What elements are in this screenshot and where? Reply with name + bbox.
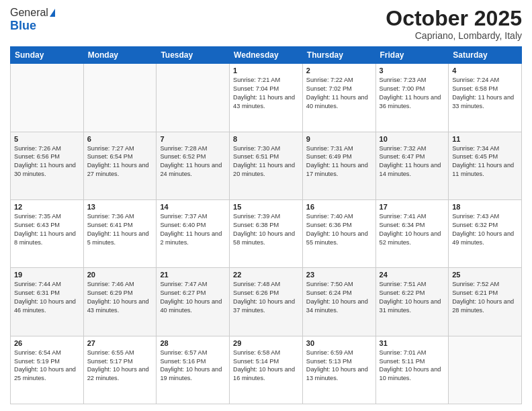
day-info: Sunrise: 7:35 AM Sunset: 6:43 PM Dayligh… bbox=[14, 212, 80, 247]
day-cell-2-2: 14Sunrise: 7:37 AM Sunset: 6:40 PM Dayli… bbox=[157, 199, 230, 267]
day-info: Sunrise: 7:52 AM Sunset: 6:21 PM Dayligh… bbox=[452, 280, 518, 315]
day-cell-0-5: 3Sunrise: 7:23 AM Sunset: 7:00 PM Daylig… bbox=[375, 64, 449, 132]
day-number: 21 bbox=[160, 271, 226, 279]
day-cell-0-6: 4Sunrise: 7:24 AM Sunset: 6:58 PM Daylig… bbox=[449, 64, 522, 132]
day-number: 18 bbox=[452, 203, 518, 211]
logo-general-text: General bbox=[10, 7, 48, 19]
day-info: Sunrise: 7:41 AM Sunset: 6:34 PM Dayligh… bbox=[380, 212, 445, 247]
day-info: Sunrise: 7:43 AM Sunset: 6:32 PM Dayligh… bbox=[452, 212, 518, 247]
day-cell-1-5: 10Sunrise: 7:32 AM Sunset: 6:47 PM Dayli… bbox=[375, 132, 449, 199]
day-number: 8 bbox=[233, 135, 299, 143]
day-cell-0-1 bbox=[83, 64, 157, 132]
week-row-4: 19Sunrise: 7:44 AM Sunset: 6:31 PM Dayli… bbox=[11, 268, 522, 336]
week-row-1: 1Sunrise: 7:21 AM Sunset: 7:04 PM Daylig… bbox=[11, 64, 522, 132]
day-info: Sunrise: 7:21 AM Sunset: 7:04 PM Dayligh… bbox=[233, 76, 299, 111]
day-info: Sunrise: 6:59 AM Sunset: 5:13 PM Dayligh… bbox=[306, 349, 372, 383]
day-cell-1-1: 6Sunrise: 7:27 AM Sunset: 6:54 PM Daylig… bbox=[83, 132, 157, 199]
header-sunday: Sunday bbox=[11, 47, 84, 64]
day-cell-4-1: 27Sunrise: 6:55 AM Sunset: 5:17 PM Dayli… bbox=[83, 336, 157, 404]
day-number: 22 bbox=[233, 271, 299, 279]
location-title: Capriano, Lombardy, Italy bbox=[386, 30, 522, 41]
header-saturday: Saturday bbox=[449, 47, 522, 64]
day-cell-1-0: 5Sunrise: 7:26 AM Sunset: 6:56 PM Daylig… bbox=[11, 132, 84, 199]
header-friday: Friday bbox=[375, 47, 449, 64]
day-number: 27 bbox=[87, 339, 153, 347]
day-info: Sunrise: 6:54 AM Sunset: 5:19 PM Dayligh… bbox=[14, 349, 80, 383]
day-number: 31 bbox=[380, 339, 445, 347]
logo: General Blue bbox=[10, 7, 55, 33]
day-info: Sunrise: 7:26 AM Sunset: 6:56 PM Dayligh… bbox=[14, 144, 80, 179]
day-cell-2-5: 17Sunrise: 7:41 AM Sunset: 6:34 PM Dayli… bbox=[375, 199, 449, 267]
day-cell-3-2: 21Sunrise: 7:47 AM Sunset: 6:27 PM Dayli… bbox=[157, 268, 230, 336]
day-number: 25 bbox=[452, 271, 518, 279]
day-info: Sunrise: 7:40 AM Sunset: 6:36 PM Dayligh… bbox=[306, 212, 372, 247]
day-cell-2-6: 18Sunrise: 7:43 AM Sunset: 6:32 PM Dayli… bbox=[449, 199, 522, 267]
day-info: Sunrise: 6:55 AM Sunset: 5:17 PM Dayligh… bbox=[87, 349, 153, 383]
day-number: 4 bbox=[452, 66, 518, 75]
month-title: October 2025 bbox=[386, 7, 522, 30]
day-cell-2-4: 16Sunrise: 7:40 AM Sunset: 6:36 PM Dayli… bbox=[302, 199, 375, 267]
header-tuesday: Tuesday bbox=[157, 47, 230, 64]
header-monday: Monday bbox=[83, 47, 157, 64]
day-info: Sunrise: 7:47 AM Sunset: 6:27 PM Dayligh… bbox=[160, 280, 226, 315]
logo-triangle-icon bbox=[50, 9, 55, 17]
day-info: Sunrise: 7:30 AM Sunset: 6:51 PM Dayligh… bbox=[233, 144, 299, 179]
header: General Blue October 2025 Capriano, Lomb… bbox=[10, 7, 522, 41]
weekday-header-row: Sunday Monday Tuesday Wednesday Thursday… bbox=[11, 47, 522, 64]
day-cell-1-6: 11Sunrise: 7:34 AM Sunset: 6:45 PM Dayli… bbox=[449, 132, 522, 199]
day-info: Sunrise: 7:32 AM Sunset: 6:47 PM Dayligh… bbox=[380, 144, 445, 179]
day-info: Sunrise: 7:27 AM Sunset: 6:54 PM Dayligh… bbox=[87, 144, 153, 179]
day-number: 9 bbox=[306, 135, 372, 143]
day-number: 29 bbox=[233, 339, 299, 347]
day-info: Sunrise: 7:51 AM Sunset: 6:22 PM Dayligh… bbox=[380, 280, 445, 315]
day-cell-3-1: 20Sunrise: 7:46 AM Sunset: 6:29 PM Dayli… bbox=[83, 268, 157, 336]
day-cell-3-4: 23Sunrise: 7:50 AM Sunset: 6:24 PM Dayli… bbox=[302, 268, 375, 336]
day-cell-2-3: 15Sunrise: 7:39 AM Sunset: 6:38 PM Dayli… bbox=[230, 199, 303, 267]
day-cell-4-5: 31Sunrise: 7:01 AM Sunset: 5:11 PM Dayli… bbox=[375, 336, 449, 404]
day-info: Sunrise: 7:48 AM Sunset: 6:26 PM Dayligh… bbox=[233, 280, 299, 315]
day-info: Sunrise: 7:01 AM Sunset: 5:11 PM Dayligh… bbox=[380, 349, 445, 383]
day-number: 26 bbox=[14, 339, 80, 347]
day-number: 20 bbox=[87, 271, 153, 279]
day-number: 6 bbox=[87, 135, 153, 143]
day-info: Sunrise: 7:50 AM Sunset: 6:24 PM Dayligh… bbox=[306, 280, 372, 315]
day-number: 5 bbox=[14, 135, 80, 143]
day-number: 1 bbox=[233, 66, 299, 75]
day-cell-4-6 bbox=[449, 336, 522, 404]
day-number: 3 bbox=[380, 66, 445, 75]
calendar: Sunday Monday Tuesday Wednesday Thursday… bbox=[10, 46, 522, 404]
day-number: 23 bbox=[306, 271, 372, 279]
day-info: Sunrise: 7:28 AM Sunset: 6:52 PM Dayligh… bbox=[160, 144, 226, 179]
day-number: 15 bbox=[233, 203, 299, 211]
logo-blue-text: Blue bbox=[10, 19, 36, 33]
day-number: 10 bbox=[380, 135, 445, 143]
day-cell-4-0: 26Sunrise: 6:54 AM Sunset: 5:19 PM Dayli… bbox=[11, 336, 84, 404]
day-number: 2 bbox=[306, 66, 372, 75]
day-cell-4-2: 28Sunrise: 6:57 AM Sunset: 5:16 PM Dayli… bbox=[157, 336, 230, 404]
day-number: 7 bbox=[160, 135, 226, 143]
day-cell-3-6: 25Sunrise: 7:52 AM Sunset: 6:21 PM Dayli… bbox=[449, 268, 522, 336]
day-cell-1-3: 8Sunrise: 7:30 AM Sunset: 6:51 PM Daylig… bbox=[230, 132, 303, 199]
day-number: 11 bbox=[452, 135, 518, 143]
day-info: Sunrise: 7:39 AM Sunset: 6:38 PM Dayligh… bbox=[233, 212, 299, 247]
day-number: 16 bbox=[306, 203, 372, 211]
day-cell-0-4: 2Sunrise: 7:22 AM Sunset: 7:02 PM Daylig… bbox=[302, 64, 375, 132]
page: General Blue October 2025 Capriano, Lomb… bbox=[0, 0, 532, 411]
header-wednesday: Wednesday bbox=[230, 47, 303, 64]
day-number: 24 bbox=[380, 271, 445, 279]
day-info: Sunrise: 7:44 AM Sunset: 6:31 PM Dayligh… bbox=[14, 280, 80, 315]
day-number: 28 bbox=[160, 339, 226, 347]
day-number: 17 bbox=[380, 203, 445, 211]
day-number: 13 bbox=[87, 203, 153, 211]
day-number: 19 bbox=[14, 271, 80, 279]
day-cell-1-2: 7Sunrise: 7:28 AM Sunset: 6:52 PM Daylig… bbox=[157, 132, 230, 199]
day-info: Sunrise: 7:31 AM Sunset: 6:49 PM Dayligh… bbox=[306, 144, 372, 179]
day-cell-3-0: 19Sunrise: 7:44 AM Sunset: 6:31 PM Dayli… bbox=[11, 268, 84, 336]
day-info: Sunrise: 7:36 AM Sunset: 6:41 PM Dayligh… bbox=[87, 212, 153, 247]
day-info: Sunrise: 7:34 AM Sunset: 6:45 PM Dayligh… bbox=[452, 144, 518, 179]
day-info: Sunrise: 7:37 AM Sunset: 6:40 PM Dayligh… bbox=[160, 212, 226, 247]
day-cell-1-4: 9Sunrise: 7:31 AM Sunset: 6:49 PM Daylig… bbox=[302, 132, 375, 199]
day-cell-2-0: 12Sunrise: 7:35 AM Sunset: 6:43 PM Dayli… bbox=[11, 199, 84, 267]
day-cell-0-0 bbox=[11, 64, 84, 132]
day-info: Sunrise: 7:46 AM Sunset: 6:29 PM Dayligh… bbox=[87, 280, 153, 315]
